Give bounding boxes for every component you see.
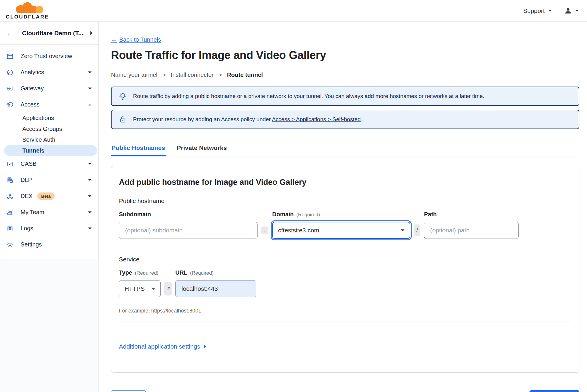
gear-icon [6,241,14,248]
step-separator: > [162,72,166,78]
cloudflare-wordmark: CLOUDFLARE [6,14,49,20]
chevron-down-icon [88,179,92,181]
sidebar-item-settings[interactable]: Settings [0,236,98,253]
required-hint: (Required) [135,270,158,276]
dot-separator: . [261,227,268,234]
sidebar-item-dex[interactable]: DEX Beta [0,188,98,204]
sidebar-item-service-auth[interactable]: Service Auth [0,134,98,145]
domain-select[interactable]: cftestsite3.com [272,222,410,239]
sidebar-item-zero-trust-overview[interactable]: Zero Trust overview [0,48,98,64]
gateway-icon [6,85,14,92]
user-icon [564,7,572,15]
service-group-label: Service [119,256,571,263]
access-icon [6,101,14,108]
account-name: Cloudflare Demo (T... [22,30,90,37]
wizard-footer: Back Save tunnel [111,384,579,392]
account-switcher[interactable]: ← Cloudflare Demo (T... [0,22,98,45]
chevron-down-icon [88,195,92,197]
sidebar: ← Cloudflare Demo (T... Zero Trust overv… [0,22,99,392]
chevron-up-icon [88,103,92,106]
sidebar-item-my-team[interactable]: My Team [0,204,98,220]
banner-text: Route traffic by adding a public hostnam… [133,93,484,99]
chevron-down-icon [575,9,579,12]
overview-icon [6,53,14,60]
service-type-select[interactable]: HTTPS [119,280,161,297]
chevron-right-icon [203,344,207,349]
top-bar: CLOUDFLARE Support [0,0,587,22]
sidebar-item-logs[interactable]: Logs [0,220,98,236]
type-selected-value: HTTPS [125,285,145,292]
url-example-hint: For example, https://localhost:8001 [119,308,571,314]
subdomain-input[interactable] [119,222,258,239]
info-banner-route-traffic: Route traffic by adding a public hostnam… [111,87,579,106]
card-heading: Add public hostname for Image and Video … [119,178,571,187]
team-icon [6,209,14,216]
info-banner-access-policy: Protect your resource by adding an Acces… [111,110,579,129]
dex-icon [6,193,14,200]
subdomain-label: Subdomain [119,211,151,218]
page-title: Route Traffic for Image and Video Galler… [111,49,579,62]
sidebar-item-analytics[interactable]: Analytics [0,64,98,80]
step-separator: > [218,72,222,78]
hostname-field-row: Subdomain . Domain (Required) cftestsite… [119,211,571,239]
back-arrow-icon: ← [111,36,117,43]
required-hint: (Required) [296,212,320,218]
hostname-tabs: Public Hostnames Private Networks [111,142,579,156]
sidebar-item-access-groups[interactable]: Access Groups [0,124,98,134]
dlp-icon [6,177,14,184]
chevron-down-icon [88,71,92,74]
access-sub-menu: Applications Access Groups Service Auth … [0,113,98,156]
beta-badge: Beta [37,192,55,200]
back-arrow-icon[interactable]: ← [6,29,14,37]
domain-label: Domain [272,211,294,218]
sidebar-item-applications[interactable]: Applications [0,113,98,124]
tab-public-hostnames[interactable]: Public Hostnames [111,142,166,156]
chevron-down-icon [88,163,92,165]
support-label: Support [523,7,545,14]
banner-text: Protect your resource by adding an Acces… [133,116,362,123]
required-hint: (Required) [190,270,213,276]
lightbulb-icon [119,92,127,100]
url-label: URL [175,269,187,276]
additional-application-settings-toggle[interactable]: Additional application settings [119,343,207,350]
chevron-down-icon [88,211,92,214]
step-route-tunnel: Route tunnel [227,72,263,78]
domain-selected-value: cftestsite3.com [278,227,319,234]
chevron-down-icon [88,227,92,230]
service-field-row: Type (Required) HTTPS :// URL (Required) [119,269,571,297]
cloudflare-logo[interactable]: CLOUDFLARE [6,1,49,20]
path-label: Path [424,211,437,218]
back-to-tunnels-link[interactable]: ← Back to Tunnels [111,36,161,43]
main-content: ← Back to Tunnels Route Traffic for Imag… [99,22,587,392]
chevron-down-icon [401,229,405,232]
wizard-steps: Name your tunnel > Install connector > R… [111,72,579,78]
service-url-input[interactable] [175,280,256,297]
chevron-right-icon [90,31,93,35]
sidebar-item-access[interactable]: Access [0,97,98,113]
scheme-separator: :// [164,282,172,295]
sidebar-item-dlp[interactable]: DLP [0,172,98,188]
cloudflare-cloud-icon [8,1,49,14]
support-menu[interactable]: Support [523,7,552,14]
type-label: Type [119,269,132,276]
account-menu[interactable] [564,7,579,15]
step-install-connector[interactable]: Install connector [171,72,214,78]
chevron-down-icon [88,87,92,90]
sidebar-lower-area [0,259,99,392]
chevron-down-icon [548,9,552,12]
path-input[interactable] [424,222,519,239]
back-button[interactable]: Back [111,390,146,392]
chevron-down-icon [151,287,156,290]
public-hostname-group-label: Public hostname [119,197,571,205]
card-divider [119,322,571,322]
sidebar-item-gateway[interactable]: Gateway [0,80,98,97]
analytics-icon [6,69,14,76]
casb-icon [6,160,14,168]
slash-separator: / [414,224,420,236]
save-tunnel-button[interactable]: Save tunnel [529,390,579,392]
sidebar-item-casb[interactable]: CASB [0,156,98,172]
step-name-your-tunnel[interactable]: Name your tunnel [111,72,157,78]
access-applications-self-hosted-link[interactable]: Access > Applications > Self-hosted [272,116,361,122]
sidebar-item-tunnels[interactable]: Tunnels [4,145,97,156]
tab-private-networks[interactable]: Private Networks [176,142,227,156]
